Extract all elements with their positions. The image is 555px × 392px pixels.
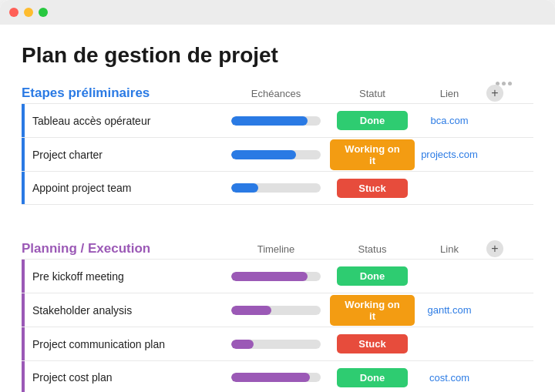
section-header-planning: Planning / Execution Timeline Status Lin… xyxy=(22,240,533,259)
bar-track xyxy=(231,150,321,159)
table-row: Stakeholder analysis Working on it gantt… xyxy=(22,293,533,327)
row-bar-cell xyxy=(222,272,330,281)
table-row: Pre kickoff meeting Done xyxy=(22,259,533,293)
row-name: Project communication plan xyxy=(25,338,222,350)
row-link[interactable]: projects.com xyxy=(415,149,484,160)
title-area: Plan de gestion de projet xyxy=(22,43,533,68)
row-link[interactable]: cost.com xyxy=(415,372,484,384)
app-window: Plan de gestion de projet Etapes prélimi… xyxy=(0,0,555,392)
add-row-button[interactable]: + xyxy=(486,240,503,257)
table-row: Project charter Working on it projects.c… xyxy=(22,137,533,171)
row-name: Pre kickoff meeting xyxy=(25,270,222,283)
section-title: Etapes préliminaires xyxy=(22,85,150,100)
maximize-dot[interactable] xyxy=(39,8,48,17)
titlebar xyxy=(0,0,555,25)
section-etapes: Etapes préliminaires Echéances Statut Li… xyxy=(22,85,533,205)
row-link[interactable]: gantt.com xyxy=(415,304,484,316)
col-header-status: Statut xyxy=(330,88,415,99)
bar-track xyxy=(231,183,321,193)
row-bar-cell xyxy=(222,373,330,382)
bar-fill xyxy=(231,272,308,281)
status-badge: Working on it xyxy=(330,139,415,170)
bar-track xyxy=(231,340,321,349)
row-bar-cell xyxy=(222,183,330,193)
row-bar-cell xyxy=(222,116,330,126)
status-badge: Stuck xyxy=(337,334,408,353)
bar-fill xyxy=(231,306,271,315)
col-header-link: Lien xyxy=(415,88,484,99)
status-badge: Working on it xyxy=(330,295,415,326)
bar-track xyxy=(231,272,321,281)
row-name: Stakeholder analysis xyxy=(25,304,222,317)
page-content: Plan de gestion de projet Etapes prélimi… xyxy=(0,25,555,392)
section-planning: Planning / Execution Timeline Status Lin… xyxy=(22,240,533,392)
row-link[interactable]: bca.com xyxy=(415,115,484,126)
minimize-dot[interactable] xyxy=(24,8,33,17)
bar-fill xyxy=(231,116,308,126)
bar-track xyxy=(231,116,321,126)
table-row: Project communication plan Stuck xyxy=(22,327,533,360)
col-header-timeline: Echéances xyxy=(222,88,330,99)
table-row: Appoint project team Stuck xyxy=(22,171,533,205)
row-bar-cell xyxy=(222,306,330,315)
row-status-cell: Working on it xyxy=(330,295,415,326)
row-status-cell: Done xyxy=(330,111,415,130)
row-bar-cell xyxy=(222,340,330,349)
row-status-cell: Done xyxy=(330,368,415,387)
col-header-link: Link xyxy=(415,243,484,255)
col-header-timeline: Timeline xyxy=(222,243,330,255)
row-status-cell: Working on it xyxy=(330,139,415,170)
add-row-button[interactable]: + xyxy=(486,85,503,102)
col-header-status: Status xyxy=(330,243,415,255)
sections-container: Etapes préliminaires Echéances Statut Li… xyxy=(22,85,533,392)
row-status-cell: Stuck xyxy=(330,179,415,198)
row-name: Project charter xyxy=(25,149,222,161)
close-dot[interactable] xyxy=(9,8,18,17)
bar-fill xyxy=(231,373,310,382)
bar-fill xyxy=(231,183,258,193)
row-status-cell: Stuck xyxy=(330,334,415,353)
row-bar-cell xyxy=(222,150,330,159)
status-badge: Done xyxy=(337,111,408,130)
table-row: Project cost plan Done cost.com xyxy=(22,360,533,392)
row-name: Tableau accès opérateur xyxy=(25,115,222,127)
bar-track xyxy=(231,373,321,382)
status-badge: Done xyxy=(337,368,408,387)
section-header-etapes: Etapes préliminaires Echéances Statut Li… xyxy=(22,85,533,103)
section-title: Planning / Execution xyxy=(22,241,150,256)
bar-track xyxy=(231,306,321,315)
table-row: Tableau accès opérateur Done bca.com xyxy=(22,103,533,137)
row-status-cell: Done xyxy=(330,266,415,286)
bar-fill xyxy=(231,340,254,349)
status-badge: Stuck xyxy=(337,179,408,198)
row-name: Appoint project team xyxy=(25,182,222,194)
status-badge: Done xyxy=(337,266,408,286)
page-title: Plan de gestion de projet xyxy=(22,43,533,68)
row-name: Project cost plan xyxy=(25,371,222,384)
bar-fill xyxy=(231,150,296,159)
